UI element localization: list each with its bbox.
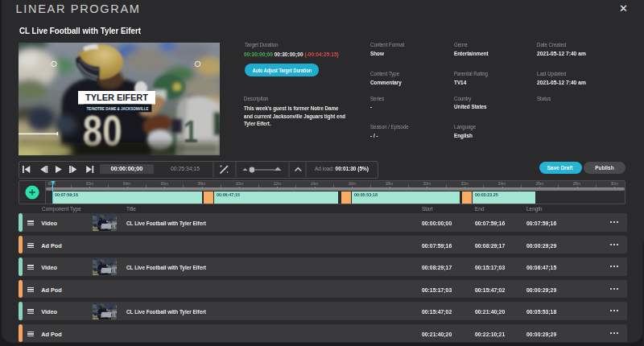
svg-text:TYLER EIFERT: TYLER EIFERT	[85, 93, 148, 102]
svg-text:TE/NOTRE DAME & JACKSONVILLE: TE/NOTRE DAME & JACKSONVILLE	[87, 106, 150, 111]
